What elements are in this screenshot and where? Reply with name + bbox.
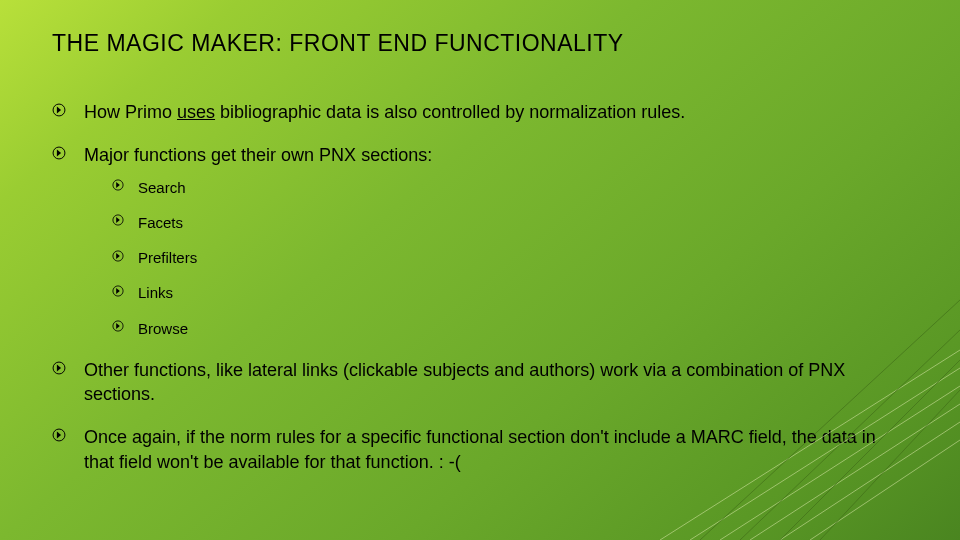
sub-bullet-item: Links bbox=[112, 283, 900, 303]
bullet-text: Major functions get their own PNX sectio… bbox=[84, 145, 432, 165]
arrow-bullet-icon bbox=[112, 285, 124, 297]
arrow-bullet-icon bbox=[52, 428, 66, 442]
arrow-bullet-icon bbox=[52, 103, 66, 117]
slide: THE MAGIC MAKER: FRONT END FUNCTIONALITY… bbox=[0, 0, 960, 540]
arrow-bullet-icon bbox=[112, 179, 124, 191]
sub-bullet-item: Search bbox=[112, 178, 900, 198]
sub-bullet-text: Search bbox=[138, 179, 186, 196]
bullet-text: Once again, if the norm rules for a spec… bbox=[84, 427, 876, 471]
sub-bullet-text: Browse bbox=[138, 320, 188, 337]
sub-bullet-text: Links bbox=[138, 284, 173, 301]
slide-title: THE MAGIC MAKER: FRONT END FUNCTIONALITY bbox=[52, 30, 624, 57]
sub-bullet-item: Facets bbox=[112, 213, 900, 233]
arrow-bullet-icon bbox=[112, 320, 124, 332]
slide-content: How Primo uses bibliographic data is als… bbox=[52, 100, 900, 493]
bullet-text-part: bibliographic data is also controlled by… bbox=[215, 102, 685, 122]
bullet-item: Major functions get their own PNX sectio… bbox=[52, 143, 900, 339]
sub-bullet-item: Prefilters bbox=[112, 248, 900, 268]
arrow-bullet-icon bbox=[112, 250, 124, 262]
main-bullet-list: How Primo uses bibliographic data is als… bbox=[52, 100, 900, 474]
bullet-text: Other functions, like lateral links (cli… bbox=[84, 360, 845, 404]
sub-bullet-list: Search Facets Prefilters Links bbox=[112, 178, 900, 339]
bullet-item: Once again, if the norm rules for a spec… bbox=[52, 425, 900, 474]
bullet-text-underlined: uses bbox=[177, 102, 215, 122]
sub-bullet-text: Facets bbox=[138, 214, 183, 231]
arrow-bullet-icon bbox=[52, 146, 66, 160]
bullet-item: Other functions, like lateral links (cli… bbox=[52, 358, 900, 407]
arrow-bullet-icon bbox=[112, 214, 124, 226]
sub-bullet-item: Browse bbox=[112, 319, 900, 339]
sub-bullet-text: Prefilters bbox=[138, 249, 197, 266]
bullet-item: How Primo uses bibliographic data is als… bbox=[52, 100, 900, 124]
bullet-text-part: How Primo bbox=[84, 102, 177, 122]
arrow-bullet-icon bbox=[52, 361, 66, 375]
